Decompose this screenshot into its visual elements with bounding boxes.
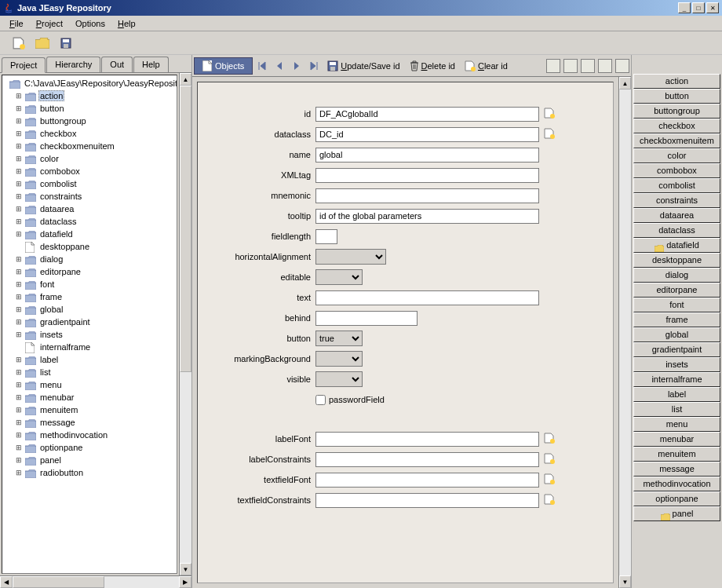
save-icon[interactable]: [58, 36, 74, 50]
type-button-editorpane[interactable]: editorpane: [633, 283, 720, 298]
type-button-buttongroup[interactable]: buttongroup: [633, 104, 720, 119]
input-textfieldfont[interactable]: [315, 473, 539, 488]
input-dataclass[interactable]: [315, 127, 539, 142]
type-button-action[interactable]: action: [633, 74, 720, 89]
lookup-icon[interactable]: [544, 128, 556, 141]
type-button-gradientpaint[interactable]: gradientpaint: [633, 342, 720, 357]
type-button-global[interactable]: global: [633, 327, 720, 342]
nav-next-button[interactable]: [289, 57, 304, 75]
tree-item-panel[interactable]: ⊞panel: [4, 454, 177, 466]
lookup-icon[interactable]: [544, 453, 556, 466]
lookup-icon[interactable]: [544, 108, 556, 120]
type-button-font[interactable]: font: [633, 298, 720, 312]
tree-item-font[interactable]: ⊞font: [4, 278, 177, 290]
type-button-datafield[interactable]: datafield: [633, 238, 720, 253]
type-button-checkbox[interactable]: checkbox: [633, 119, 720, 133]
layout-btn-4[interactable]: [598, 59, 612, 73]
type-button-label[interactable]: label: [633, 387, 720, 402]
type-button-dataclass[interactable]: dataclass: [633, 223, 720, 238]
delete-button[interactable]: Delete id: [406, 57, 459, 75]
project-tree[interactable]: C:\Java\JEasy\Repository\JeasyRepository…: [2, 75, 177, 574]
select-editable[interactable]: [315, 269, 363, 285]
tree-item-menuitem[interactable]: ⊞menuitem: [4, 404, 177, 416]
tree-item-checkbox[interactable]: ⊞checkbox: [4, 127, 177, 140]
tree-item-methodinvocation[interactable]: ⊞methodinvocation: [4, 429, 177, 441]
type-button-internalframe[interactable]: internalframe: [633, 372, 720, 387]
tree-item-datafield[interactable]: ⊞datafield: [4, 228, 177, 240]
tree-item-optionpane[interactable]: ⊞optionpane: [4, 441, 177, 454]
tab-hierarchy[interactable]: Hierarchy: [46, 57, 100, 72]
close-button[interactable]: ✕: [706, 2, 719, 13]
layout-btn-5[interactable]: [615, 59, 629, 73]
select-halign[interactable]: [315, 249, 386, 265]
tree-item-list[interactable]: ⊞list: [4, 366, 177, 378]
tree-hscrollbar[interactable]: ◀ ▶: [0, 575, 191, 588]
nav-prev-button[interactable]: [272, 57, 287, 75]
input-fieldlength[interactable]: [315, 229, 337, 244]
type-button-menu[interactable]: menu: [633, 417, 720, 432]
tree-item-menubar[interactable]: ⊞menubar: [4, 391, 177, 404]
type-button-combobox[interactable]: combobox: [633, 163, 720, 178]
tree-item-insets[interactable]: ⊞insets: [4, 328, 177, 341]
tree-item-radiobutton[interactable]: ⊞radiobutton: [4, 466, 177, 479]
layout-btn-3[interactable]: [581, 59, 595, 73]
tree-item-action[interactable]: ⊞action: [4, 89, 177, 102]
update-save-button[interactable]: Update/Save id: [323, 57, 403, 75]
type-button-checkboxmenuitem[interactable]: checkboxmenuitem: [633, 133, 720, 148]
tree-vscrollbar[interactable]: ▲ ▼: [179, 73, 191, 575]
type-button-optionpane[interactable]: optionpane: [633, 491, 720, 506]
tree-item-button[interactable]: ⊞button: [4, 102, 177, 115]
minimize-button[interactable]: _: [678, 2, 691, 13]
tree-item-global[interactable]: ⊞global: [4, 303, 177, 316]
type-button-dataarea[interactable]: dataarea: [633, 208, 720, 223]
clear-button[interactable]: Clear id: [461, 57, 512, 75]
tree-item-gradientpaint[interactable]: ⊞gradientpaint: [4, 316, 177, 328]
tree-item-internalframe[interactable]: internalframe: [4, 341, 177, 353]
type-button-insets[interactable]: insets: [633, 357, 720, 372]
type-button-menuitem[interactable]: menuitem: [633, 447, 720, 462]
lookup-icon[interactable]: [544, 433, 556, 445]
type-button-frame[interactable]: frame: [633, 312, 720, 327]
input-textfieldconstraints[interactable]: [315, 493, 539, 508]
tree-item-dialog[interactable]: ⊞dialog: [4, 253, 177, 265]
type-button-combolist[interactable]: combolist: [633, 178, 720, 193]
type-button-list[interactable]: list: [633, 402, 720, 417]
tree-item-color[interactable]: ⊞color: [4, 152, 177, 165]
type-button-desktoppane[interactable]: desktoppane: [633, 253, 720, 268]
lookup-icon[interactable]: [544, 494, 556, 506]
input-id[interactable]: [315, 107, 539, 122]
layout-btn-1[interactable]: [546, 59, 560, 73]
menu-project[interactable]: Project: [33, 17, 66, 30]
objects-tab[interactable]: Objects: [194, 57, 253, 75]
open-icon[interactable]: [35, 36, 50, 50]
menu-file[interactable]: File: [6, 17, 27, 30]
lookup-icon[interactable]: [544, 473, 556, 486]
input-name[interactable]: [315, 148, 539, 163]
type-button-methodinvocation[interactable]: methodinvocation: [633, 477, 720, 491]
tree-item-buttongroup[interactable]: ⊞buttongroup: [4, 115, 177, 127]
form-vscrollbar[interactable]: ▲ ▼: [618, 77, 631, 588]
type-button-menubar[interactable]: menubar: [633, 432, 720, 447]
type-button-panel[interactable]: panel: [633, 506, 720, 521]
input-xmltag[interactable]: [315, 168, 539, 183]
tab-out[interactable]: Out: [101, 57, 133, 72]
type-button-button[interactable]: button: [633, 89, 720, 104]
select-visible[interactable]: [315, 371, 363, 387]
input-labelfont[interactable]: [315, 432, 539, 447]
maximize-button[interactable]: □: [692, 2, 705, 13]
nav-first-button[interactable]: [254, 57, 270, 75]
select-markingbg[interactable]: [315, 351, 363, 367]
type-button-message[interactable]: message: [633, 462, 720, 477]
tree-item-constraints[interactable]: ⊞constraints: [4, 190, 177, 203]
tab-project[interactable]: Project: [2, 57, 46, 73]
menu-help[interactable]: Help: [115, 17, 139, 30]
tree-item-dataarea[interactable]: ⊞dataarea: [4, 203, 177, 215]
tree-item-checkboxmenuitem[interactable]: ⊞checkboxmenuitem: [4, 140, 177, 152]
tree-item-combolist[interactable]: ⊞combolist: [4, 177, 177, 190]
tree-item-combobox[interactable]: ⊞combobox: [4, 165, 177, 177]
tree-item-desktoppane[interactable]: desktoppane: [4, 240, 177, 253]
checkbox-passwordfield[interactable]: [315, 395, 326, 405]
tab-help[interactable]: Help: [133, 57, 169, 72]
input-behind[interactable]: [315, 311, 418, 326]
tree-item-editorpane[interactable]: ⊞editorpane: [4, 265, 177, 278]
